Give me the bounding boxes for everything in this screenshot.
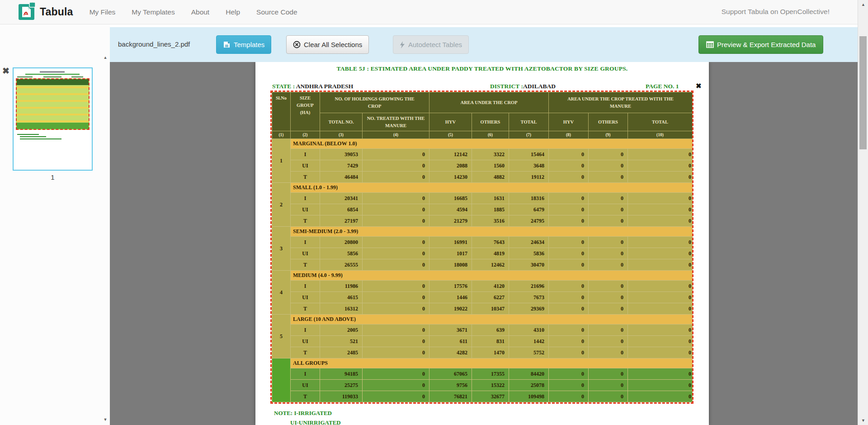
pdf-viewer: TABLE 5J : ESTIMATED AREA UNDER PADDY TR…	[110, 62, 858, 425]
mini-stripe	[17, 86, 89, 88]
remove-page-icon[interactable]: ✖	[2, 67, 9, 75]
pdf-note-1: NOTE: I-IRRIGATED	[274, 410, 332, 417]
mini-stripe	[17, 114, 89, 115]
clear-selections-label: Clear All Selections	[304, 41, 362, 48]
thumbnail-page-number: 1	[13, 173, 93, 181]
mini-stripe	[17, 100, 89, 102]
preview-export-button[interactable]: Preview & Export Extracted Data	[698, 35, 823, 54]
scroll-up-icon[interactable]: ▲	[858, 2, 868, 7]
clear-all-selections-button[interactable]: Clear All Selections	[286, 35, 369, 54]
mini-table-header	[17, 79, 89, 85]
brand-name: Tabula	[40, 6, 73, 18]
scroll-down-icon[interactable]: ▼	[858, 418, 868, 423]
sidebar-scroll-up-icon[interactable]: ▲	[101, 55, 109, 60]
page-thumbnail[interactable]	[13, 67, 93, 171]
table-selection-box[interactable]	[270, 91, 693, 404]
mini-stripe	[17, 120, 89, 122]
autodetect-label: Autodetect Tables	[408, 41, 462, 48]
thumbnail-table-selection	[16, 78, 90, 130]
thumb-meta-line	[43, 76, 61, 77]
mini-stripe	[17, 93, 89, 95]
thumb-meta-line	[17, 76, 33, 77]
pdf-page[interactable]: TABLE 5J : ESTIMATED AREA UNDER PADDY TR…	[255, 62, 709, 425]
nav-links: My Files My Templates About Help Source …	[90, 8, 297, 16]
toolbar: background_lines_2.pdf Templates Clear A…	[110, 27, 858, 62]
pdf-district-line: DISTRICT :ADILABAD	[490, 83, 556, 90]
thumb-meta-line	[71, 76, 83, 77]
scrollbar-thumb[interactable]	[859, 36, 867, 149]
nav-my-templates[interactable]: My Templates	[132, 8, 175, 16]
templates-label: Templates	[234, 41, 264, 48]
thumb-title-line	[40, 72, 65, 72]
nav-help[interactable]: Help	[226, 8, 240, 16]
open-filename: background_lines_2.pdf	[118, 40, 190, 48]
support-link[interactable]: Support Tabula on OpenCollective!	[722, 8, 830, 16]
district-value: ADILABAD	[523, 83, 556, 90]
thumb-title-line	[25, 74, 80, 75]
templates-button[interactable]: Templates	[216, 35, 271, 54]
tabula-logo-icon	[18, 2, 36, 23]
pdf-note-2: UI-UNIRRIGATED	[290, 419, 341, 425]
thumb-note-line	[20, 138, 61, 139]
remove-selection-icon[interactable]: ✖	[696, 82, 702, 89]
mini-stripe	[17, 107, 89, 109]
templates-icon	[223, 41, 231, 48]
nav-source-code[interactable]: Source Code	[256, 8, 297, 16]
state-value: ANDHRA PRADESH	[295, 83, 353, 90]
pdf-table-title: TABLE 5J : ESTIMATED AREA UNDER PADDY TR…	[255, 65, 709, 72]
preview-export-label: Preview & Export Extracted Data	[717, 41, 816, 48]
clear-selections-icon	[293, 41, 301, 48]
main-scrollbar[interactable]: ▲ ▼	[858, 0, 868, 425]
nav-my-files[interactable]: My Files	[90, 8, 116, 16]
state-label: STATE :	[272, 83, 295, 90]
tabula-brand[interactable]: Tabula	[18, 2, 73, 23]
autodetect-tables-button[interactable]: Autodetect Tables	[393, 35, 469, 54]
nav-about[interactable]: About	[191, 8, 210, 16]
navbar: Tabula My Files My Templates About Help …	[0, 0, 858, 24]
pdf-page-no: PAGE NO. 1	[646, 83, 679, 90]
autodetect-icon	[400, 41, 405, 48]
thumb-note-line	[17, 134, 39, 135]
sidebar-scroll-down-icon[interactable]: ▼	[101, 417, 109, 422]
district-label: DISTRICT :	[490, 83, 523, 90]
mini-table-footer	[17, 123, 89, 129]
thumb-note-line	[20, 136, 46, 137]
pdf-state-line: STATE : ANDHRA PRADESH	[272, 83, 353, 90]
page-thumbnail-sidebar: ✖ 1 ▲ ▼	[0, 24, 110, 425]
export-table-icon	[706, 41, 714, 48]
